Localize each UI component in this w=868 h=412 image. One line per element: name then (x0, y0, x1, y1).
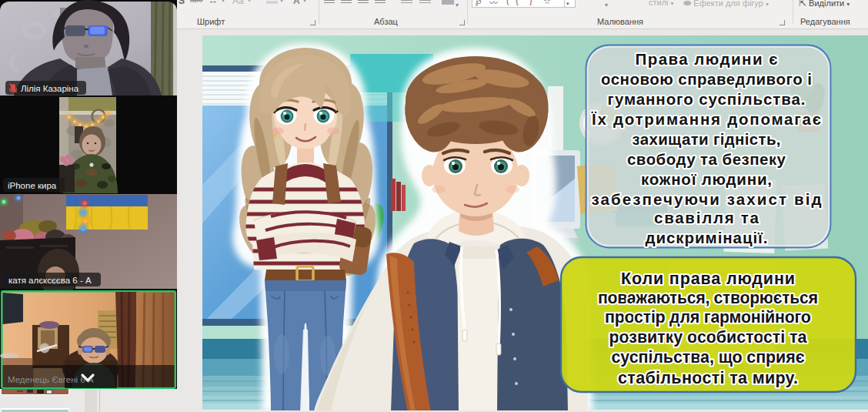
svg-text:Меденець Євгені 6 А: Меденець Євгені 6 А (8, 375, 94, 384)
svg-text:Лілія Казаріна: Лілія Казаріна (21, 84, 79, 93)
svg-text:розвитку особистості та: розвитку особистості та (609, 328, 808, 347)
svg-text:свободу та безпеку: свободу та безпеку (627, 150, 786, 168)
svg-text:Права людини є: Права людини є (636, 50, 778, 68)
svg-text:основою справедливого і: основою справедливого і (601, 70, 812, 88)
svg-text:стабільності та миру.: стабільності та миру. (618, 369, 798, 387)
svg-text:iPhone кира: iPhone кира (8, 181, 57, 190)
svg-text:дискримінації.: дискримінації. (646, 229, 768, 246)
svg-text:суспільства, що сприяє: суспільства, що сприяє (612, 348, 805, 367)
svg-text:гуманного суспільства.: гуманного суспільства. (608, 90, 806, 108)
svg-text:захищати гідність,: захищати гідність, (633, 130, 781, 148)
svg-text:простір для гармонійного: простір для гармонійного (605, 308, 811, 327)
svg-text:Їх дотримання допомагає: Їх дотримання допомагає (591, 110, 821, 128)
svg-text:свавілля та: свавілля та (654, 209, 760, 226)
svg-text:катя алєксєєва 6 - А: катя алєксєєва 6 - А (8, 276, 92, 285)
svg-text:кожної людини,: кожної людини, (641, 170, 772, 188)
svg-text:Коли права людини: Коли права людини (621, 270, 795, 288)
svg-text:поважаються, створюється: поважаються, створюється (598, 289, 818, 307)
